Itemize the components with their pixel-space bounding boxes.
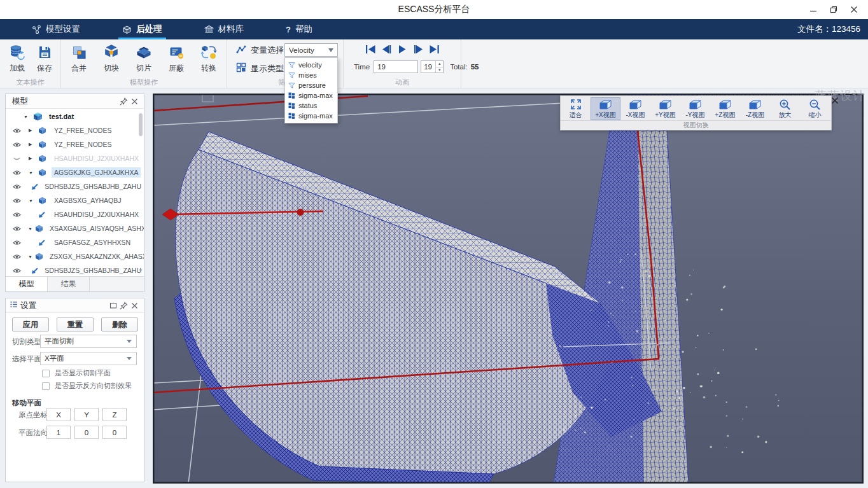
normal-y-field[interactable] <box>74 426 99 439</box>
expander-icon[interactable]: ▼ <box>29 171 36 175</box>
eye-icon[interactable] <box>13 226 21 232</box>
view-button[interactable]: -Y视图 <box>680 97 710 120</box>
eye-closed-icon[interactable] <box>13 156 22 162</box>
tree-row[interactable]: SDHSBJZS_GHSABJHB_ZAHU <box>6 263 144 277</box>
delete-button[interactable]: 删除 <box>101 317 138 331</box>
tree-row[interactable]: ▶HSAUHDISU_JZXIUXHAHX <box>6 151 144 165</box>
tree-row[interactable]: ▼XAGBSXG_AYHAQBJ <box>6 193 144 207</box>
slice-button[interactable]: 切片 <box>129 43 158 74</box>
merge-button[interactable]: 合并 <box>64 43 94 74</box>
view-button[interactable]: +X视图 <box>591 97 620 120</box>
load-button[interactable]: 加载 <box>3 43 32 74</box>
cut-type-select[interactable]: 平面切割 <box>40 335 137 348</box>
viewport-3d-scene[interactable] <box>153 94 864 484</box>
eye-icon[interactable] <box>13 212 22 218</box>
view-button[interactable]: +Y视图 <box>650 97 680 120</box>
origin-x-field[interactable] <box>46 408 71 421</box>
view-button[interactable]: +Z视图 <box>710 97 740 120</box>
close-button[interactable] <box>844 0 864 19</box>
view-button[interactable]: 缩小 <box>800 97 830 120</box>
dropdown-option[interactable]: perssure <box>285 80 337 90</box>
expander-icon[interactable]: ▶ <box>29 156 36 161</box>
show-cut-plane-checkbox[interactable] <box>42 370 50 377</box>
expander-icon[interactable]: ▶ <box>29 142 36 147</box>
mask-button[interactable]: 屏蔽 <box>162 43 191 74</box>
expander-icon[interactable]: ▼ <box>29 199 36 203</box>
skip-to-start-button[interactable] <box>365 45 376 53</box>
view-button[interactable]: 放大 <box>770 97 800 120</box>
view-button-label: +Z视图 <box>715 111 736 120</box>
eye-icon[interactable] <box>13 198 22 204</box>
tab-results[interactable]: 结果 <box>48 277 90 291</box>
cut-block-button[interactable]: 切块 <box>97 43 126 74</box>
frame-spinner[interactable]: 19 ▲▼ <box>421 60 444 73</box>
tree-scrollbar[interactable] <box>138 112 143 270</box>
settings-panel-close-icon[interactable] <box>129 300 140 311</box>
menu-material-library[interactable]: 材料库 <box>202 19 247 39</box>
eye-icon[interactable] <box>13 240 22 246</box>
eye-icon[interactable] <box>13 254 21 260</box>
apply-button[interactable]: 应用 <box>12 317 49 331</box>
pin-icon[interactable] <box>118 96 129 107</box>
eye-icon[interactable] <box>13 268 21 274</box>
dropdown-option[interactable]: sigma-max <box>285 111 337 121</box>
minimize-button[interactable] <box>803 0 823 19</box>
spinner-down-icon[interactable]: ▼ <box>436 67 443 73</box>
pin-icon[interactable] <box>118 300 129 311</box>
plane-select[interactable]: X平面 <box>40 352 137 365</box>
tree-row[interactable]: ▶YZ_FREE_NODES <box>6 137 144 151</box>
time-input[interactable] <box>374 60 418 73</box>
dropdown-option[interactable]: status <box>285 101 337 111</box>
eye-icon[interactable] <box>13 142 22 148</box>
play-button[interactable] <box>397 45 408 53</box>
scroll-down-icon[interactable]: ▼ <box>138 268 143 274</box>
tree-scrollbar-thumb[interactable] <box>139 113 143 136</box>
tree-item-label: HSAUHDISU_JZXIUXHAHX <box>52 153 141 164</box>
menu-help[interactable]: ? 帮助 <box>283 19 315 39</box>
reset-button[interactable]: 重置 <box>57 317 94 331</box>
normal-x-field[interactable] <box>46 426 71 439</box>
dropdown-option[interactable]: velocity <box>285 60 337 70</box>
tree-row[interactable]: ▶YZ_FREE_NODES <box>6 123 144 137</box>
tree-row[interactable]: ▼ZSXGX_HSAKAZNZXK_AHASX <box>6 249 144 263</box>
expander-icon[interactable]: ▼ <box>24 115 31 119</box>
display-type-row[interactable]: 显示类型 <box>236 62 284 74</box>
tree-row[interactable]: ▼AGSGKJKG_GJHXAJKHXA <box>6 165 144 179</box>
normal-z-field[interactable] <box>102 426 127 439</box>
step-back-button[interactable] <box>381 45 392 53</box>
reverse-cut-checkbox[interactable] <box>42 382 50 390</box>
tree-row[interactable]: SDHSBJZS_GHSABJHB_ZAHU <box>6 179 144 193</box>
dropdown-option[interactable]: sigma-max <box>285 90 337 101</box>
view-button[interactable]: -Z视图 <box>740 97 770 120</box>
eye-icon[interactable] <box>13 128 22 134</box>
dropdown-option[interactable]: mises <box>285 70 337 80</box>
convert-button[interactable]: 转换 <box>194 43 223 74</box>
eye-icon[interactable] <box>13 170 22 176</box>
view-toolbar-close-icon[interactable] <box>831 95 840 104</box>
tree-row[interactable]: ▼test.dat <box>6 109 144 123</box>
expander-icon[interactable]: ▼ <box>28 254 32 259</box>
expander-icon[interactable]: ▶ <box>29 128 36 133</box>
menu-post-process[interactable]: 后处理 <box>120 19 165 39</box>
tree-row[interactable]: SAGFASGZ_ASYHHXSN <box>6 235 144 249</box>
variable-select-row[interactable]: 变量选择 <box>236 45 284 56</box>
view-button[interactable]: -X视图 <box>620 97 650 120</box>
tree-row[interactable]: HSAUHDISU_JZXIUXHAHX <box>6 207 144 221</box>
model-panel-close-icon[interactable] <box>129 96 140 107</box>
step-forward-button[interactable] <box>413 45 424 53</box>
float-panel-icon[interactable] <box>108 300 118 311</box>
skip-to-end-button[interactable] <box>429 45 440 53</box>
tree-row[interactable]: ▼XSAXGAUS_AISYAQSH_ASHX <box>6 221 144 235</box>
save-button[interactable]: 保存 <box>30 43 59 74</box>
origin-z-field[interactable] <box>102 408 127 421</box>
variable-combobox[interactable]: Velocity <box>284 43 338 57</box>
tab-model[interactable]: 模型 <box>6 277 48 291</box>
menu-model-settings[interactable]: 模型设置 <box>29 19 83 39</box>
eye-icon[interactable] <box>13 184 21 190</box>
viewport-3d[interactable]: 蓝蓝设计 www.lanlanwork.com 适合+X视图-X视图+Y视图-Y… <box>153 94 864 484</box>
expander-icon[interactable]: ▼ <box>28 227 32 231</box>
view-button[interactable]: 适合 <box>561 97 591 120</box>
spinner-up-icon[interactable]: ▲ <box>436 61 443 67</box>
origin-y-field[interactable] <box>74 408 99 421</box>
restore-button[interactable] <box>823 0 844 19</box>
